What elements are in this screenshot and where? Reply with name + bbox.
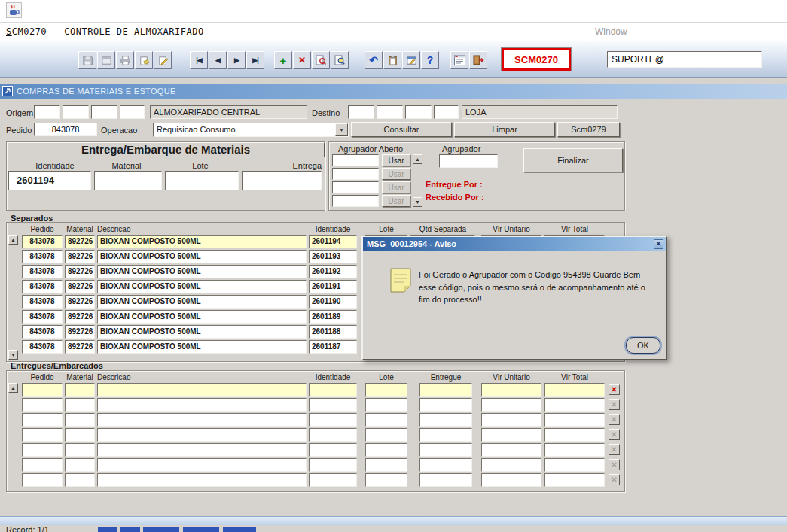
entrega-lote-field[interactable] (165, 171, 239, 190)
entrega-identidade-field[interactable]: 2601194 (8, 171, 91, 190)
bottom-scroll-strip[interactable] (0, 516, 787, 525)
entregues-cell-pedido[interactable] (22, 398, 63, 412)
entregues-cell-material[interactable] (65, 413, 95, 427)
delete-row-icon[interactable]: ✕ (609, 384, 620, 395)
entregues-cell-vlrt[interactable] (544, 413, 605, 427)
taskbar-tab[interactable] (143, 527, 179, 532)
pedido-field[interactable] (34, 123, 97, 136)
consultar-button[interactable]: Consultar (351, 122, 452, 137)
entregues-cell-pedido[interactable] (22, 443, 63, 457)
entregues-cell-pedido[interactable] (22, 428, 63, 442)
separados-cell-material[interactable]: 892726 (65, 235, 95, 248)
entregues-cell-descricao[interactable] (97, 428, 307, 442)
separados-cell-pedido[interactable]: 843078 (22, 265, 63, 278)
window-icon[interactable] (97, 51, 115, 69)
taskbar-tab[interactable] (223, 527, 256, 532)
edit-icon[interactable] (154, 51, 172, 69)
separados-cell-pedido[interactable]: 843078 (22, 310, 63, 324)
separados-cell-pedido[interactable]: 843078 (22, 325, 63, 339)
execute-query-icon[interactable] (331, 51, 349, 69)
entregues-cell-lote[interactable] (365, 458, 407, 472)
entregues-cell-descricao[interactable] (97, 383, 307, 397)
entregues-cell-vlru[interactable] (481, 458, 541, 472)
separados-cell-pedido[interactable]: 843078 (22, 280, 63, 293)
separados-cell-pedido[interactable]: 843078 (22, 250, 63, 263)
undo-icon[interactable]: ↶ (365, 51, 383, 69)
separados-cell-descricao[interactable]: BIOXAN COMPOSTO 500ML (97, 280, 307, 293)
close-icon[interactable]: ✕ (654, 239, 663, 249)
separados-cell-descricao[interactable]: BIOXAN COMPOSTO 500ML (97, 265, 307, 278)
delete-row-icon[interactable]: ✕ (609, 459, 620, 470)
separados-cell-material[interactable]: 892726 (65, 325, 95, 339)
entregues-cell-identidade[interactable] (309, 458, 357, 472)
enter-query-icon[interactable] (312, 51, 330, 69)
separados-cell-material[interactable]: 892726 (65, 265, 95, 278)
separados-cell-descricao[interactable]: BIOXAN COMPOSTO 500ML (97, 295, 307, 309)
separados-cell-pedido[interactable]: 843078 (22, 295, 63, 309)
exit-icon[interactable] (469, 51, 487, 69)
separados-cell-identidade[interactable]: 2601188 (309, 325, 357, 339)
entregues-cell-entregue[interactable] (419, 413, 472, 427)
entregues-cell-identidade[interactable] (309, 398, 357, 412)
save-icon[interactable] (78, 51, 96, 69)
taskbar-tab[interactable] (120, 527, 140, 532)
agrupador-aberto-field-3[interactable] (332, 181, 379, 193)
entregues-cell-descricao[interactable] (97, 443, 307, 457)
delete-row-icon[interactable]: ✕ (609, 399, 620, 410)
delete-row-icon[interactable]: ✕ (609, 429, 620, 440)
destino-code-field-3[interactable] (405, 105, 432, 119)
entregues-cell-lote[interactable] (365, 398, 407, 412)
entregues-cell-identidade[interactable] (309, 443, 357, 457)
chevron-down-icon[interactable]: ▼ (335, 123, 348, 136)
entregues-cell-vlru[interactable] (481, 398, 541, 412)
entregues-cell-material[interactable] (65, 428, 95, 442)
separados-cell-identidade[interactable]: 2601187 (309, 340, 357, 354)
mdi-titlebar[interactable]: COMPRAS DE MATERIAIS E ESTOQUE (0, 84, 787, 99)
usar-button-2[interactable]: Usar (382, 168, 410, 180)
help-icon[interactable]: ? (421, 51, 439, 69)
insert-record-icon[interactable]: + (274, 51, 292, 69)
last-record-icon[interactable]: ▶| (246, 51, 264, 69)
entregues-cell-vlrt[interactable] (544, 473, 605, 487)
clear-form-icon[interactable] (135, 51, 153, 69)
entregues-cell-lote[interactable] (365, 383, 407, 397)
entrega-material-field[interactable] (94, 171, 162, 190)
separados-cell-material[interactable]: 892726 (65, 280, 95, 293)
agrupador-aberto-field-1[interactable] (332, 154, 379, 166)
entregues-cell-vlrt[interactable] (544, 398, 605, 412)
destino-code-field-2[interactable] (377, 105, 403, 119)
user-field[interactable] (607, 51, 762, 68)
entregues-cell-vlrt[interactable] (544, 383, 605, 397)
delete-row-icon[interactable]: ✕ (609, 444, 620, 455)
usar-button-3[interactable]: Usar (382, 181, 410, 193)
taskbar-tab[interactable] (183, 527, 219, 532)
separados-cell-descricao[interactable]: BIOXAN COMPOSTO 500ML (97, 325, 307, 339)
entregues-cell-vlrt[interactable] (544, 428, 605, 442)
entregues-cell-entregue[interactable] (419, 428, 472, 442)
separados-scroll-down-icon[interactable]: ▼ (8, 350, 18, 360)
entregues-cell-identidade[interactable] (309, 428, 357, 442)
separados-cell-material[interactable]: 892726 (65, 295, 95, 309)
separados-cell-descricao[interactable]: BIOXAN COMPOSTO 500ML (97, 310, 307, 324)
delete-row-icon[interactable]: ✕ (609, 414, 620, 425)
entregues-cell-descricao[interactable] (97, 473, 307, 487)
entregues-cell-vlru[interactable] (481, 413, 541, 427)
entregues-cell-lote[interactable] (365, 443, 407, 457)
separados-cell-identidade[interactable]: 2601194 (309, 235, 357, 248)
delete-record-icon[interactable]: ✕ (293, 51, 311, 69)
next-record-icon[interactable]: ▶ (227, 51, 246, 69)
entregues-cell-material[interactable] (65, 473, 95, 487)
delete-row-icon[interactable]: ✕ (609, 474, 620, 485)
clipboard-icon[interactable] (383, 51, 401, 69)
print-icon[interactable] (116, 51, 134, 69)
entregues-cell-material[interactable] (65, 443, 95, 457)
agrupador-aberto-field-4[interactable] (332, 195, 379, 207)
limpar-button[interactable]: Limpar (454, 122, 555, 137)
separados-cell-pedido[interactable]: 843078 (22, 340, 63, 354)
entregues-cell-pedido[interactable] (22, 458, 63, 472)
finalizar-button[interactable]: Finalizar (523, 148, 623, 172)
origem-code-field-1[interactable] (34, 105, 60, 119)
taskbar-tab[interactable] (98, 527, 117, 532)
entregues-cell-vlru[interactable] (481, 473, 541, 487)
separados-cell-material[interactable]: 892726 (65, 340, 95, 354)
